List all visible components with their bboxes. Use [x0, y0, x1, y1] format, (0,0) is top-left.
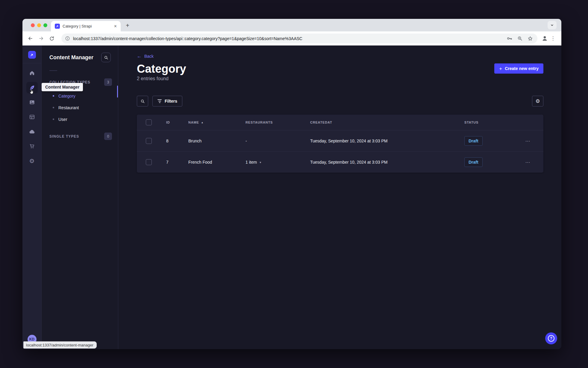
tab-title: Category | Strapi	[63, 24, 110, 28]
header-status: STATUS	[464, 121, 512, 124]
nav-marketplace-button[interactable]	[25, 139, 39, 153]
create-new-entry-button[interactable]: + Create new entry	[494, 63, 543, 74]
site-info-icon[interactable]	[65, 36, 70, 41]
forward-arrow-icon	[38, 36, 44, 41]
cloud-icon	[29, 128, 35, 135]
table-header-row: ID NAME ▲ RESTAURANTS CREATEDAT STATUS	[137, 115, 543, 130]
back-link[interactable]: ← Back	[137, 53, 543, 59]
cell-name: French Food	[188, 160, 245, 165]
nav-home-button[interactable]	[25, 66, 39, 80]
cell-name: Brunch	[188, 139, 245, 143]
row-checkbox[interactable]	[146, 159, 152, 165]
cell-id: 8	[166, 139, 188, 143]
main-content: ← Back Category + Create new entry 2 ent…	[118, 45, 561, 349]
bullet-icon	[53, 118, 54, 120]
active-item-indicator	[117, 86, 118, 98]
tab-strip: Category | Strapi × +	[22, 19, 561, 31]
entries-table: ID NAME ▲ RESTAURANTS CREATEDAT STATUS 8…	[137, 115, 543, 173]
filter-icon	[157, 99, 162, 103]
bullet-icon	[53, 95, 54, 97]
filters-button[interactable]: Filters	[152, 96, 182, 107]
strapi-logo-icon	[30, 53, 34, 57]
url-bar[interactable]: localhost:1337/admin/content-manager/col…	[61, 34, 537, 43]
cell-createdat: Tuesday, September 10, 2024 at 3:03 PM	[310, 139, 464, 143]
browser-profile-button[interactable]	[540, 34, 549, 43]
status-bar-link: localhost:1337/admin/content-manager	[23, 341, 97, 349]
zoom-window-button[interactable]	[43, 23, 47, 27]
search-icon	[104, 55, 108, 60]
browser-menu-button[interactable]: ⋮	[549, 34, 557, 43]
cell-id: 7	[166, 160, 188, 165]
header-restaurants: RESTAURANTS	[245, 121, 310, 124]
sidebar-item-user[interactable]: User	[42, 113, 118, 125]
tab-close-icon[interactable]: ×	[113, 24, 118, 29]
bookmark-star-icon[interactable]	[527, 36, 533, 42]
omnibox-trailing-icons	[506, 35, 533, 42]
browser-tab[interactable]: Category | Strapi ×	[51, 21, 121, 31]
desktop: { "browser": { "tab_title": "Category | …	[0, 0, 588, 368]
header-name[interactable]: NAME ▲	[188, 121, 245, 124]
shopping-cart-icon	[29, 143, 35, 149]
status-badge: Draft	[464, 136, 483, 146]
browser-toolbar: localhost:1337/admin/content-manager/col…	[22, 31, 561, 45]
sidebar-item-restaurant[interactable]: Restaurant	[42, 102, 118, 113]
strapi-app: ⚙ KD Content Manager COLLECTION TYPES 3	[22, 45, 561, 349]
collection-types-count-badge: 3	[104, 78, 112, 86]
forward-button[interactable]	[37, 35, 45, 42]
rail-divider	[22, 63, 42, 63]
mouse-cursor	[28, 89, 35, 95]
minimize-window-button[interactable]	[37, 23, 41, 27]
plus-icon: +	[499, 66, 502, 71]
zoom-icon[interactable]	[517, 36, 523, 41]
header-createdat[interactable]: CREATEDAT	[310, 121, 464, 124]
select-all-checkbox[interactable]	[146, 119, 152, 125]
reload-button[interactable]	[48, 35, 55, 42]
cell-restaurants-dropdown[interactable]: 1 item ▾	[245, 160, 310, 165]
browser-window: Category | Strapi × + localhost:1337/adm…	[22, 19, 561, 349]
window-controls	[31, 19, 47, 31]
sort-asc-icon: ▲	[201, 121, 204, 124]
collection-types-list: Category Restaurant User	[42, 90, 118, 125]
row-checkbox[interactable]	[146, 138, 152, 144]
nav-settings-button[interactable]: ⚙	[25, 153, 39, 168]
close-window-button[interactable]	[31, 23, 35, 27]
strapi-logo[interactable]	[28, 51, 36, 59]
chevron-down-icon	[550, 23, 554, 27]
row-actions-button[interactable]: ⋯	[512, 138, 543, 144]
tab-search-button[interactable]	[548, 21, 557, 29]
question-mark-icon: ?	[548, 335, 554, 342]
table-search-button[interactable]	[137, 96, 148, 107]
nav-tooltip: Content Manager	[42, 83, 83, 91]
password-key-icon[interactable]	[506, 35, 513, 42]
subnav-divider	[49, 70, 57, 71]
view-settings-button[interactable]: ⚙	[532, 96, 543, 107]
search-icon	[140, 99, 145, 104]
cell-createdat: Tuesday, September 10, 2024 at 3:03 PM	[310, 160, 464, 165]
row-actions-button[interactable]: ⋯	[512, 159, 543, 165]
url-text: localhost:1337/admin/content-manager/col…	[73, 36, 503, 41]
sidebar-item-category[interactable]: Category	[42, 90, 118, 102]
new-tab-button[interactable]: +	[124, 22, 131, 29]
single-types-label: SINGLE TYPES	[49, 134, 79, 139]
nav-deploy-cloud-button[interactable]	[25, 124, 39, 139]
bullet-icon	[53, 107, 54, 108]
nav-media-library-button[interactable]	[25, 95, 39, 110]
back-button[interactable]	[27, 35, 34, 42]
table-row[interactable]: 8 Brunch - Tuesday, September 10, 2024 a…	[137, 130, 543, 151]
back-arrow-icon: ←	[137, 54, 142, 59]
subnav-search-button[interactable]	[101, 53, 111, 62]
home-icon	[29, 70, 35, 76]
nav-content-type-builder-button[interactable]	[25, 110, 39, 124]
media-library-icon	[29, 99, 35, 105]
back-arrow-icon	[28, 36, 33, 41]
page-title: Category	[137, 62, 186, 75]
header-id[interactable]: ID	[166, 121, 188, 124]
entries-count: 2 entries found	[137, 76, 543, 81]
subnav-title: Content Manager	[49, 54, 93, 61]
rail-icons: ⚙	[25, 66, 39, 168]
cell-restaurants: -	[245, 139, 310, 143]
reload-icon	[49, 36, 54, 41]
table-row[interactable]: 7 French Food 1 item ▾ Tuesday, Septembe…	[137, 151, 543, 173]
help-button[interactable]: ?	[545, 332, 557, 344]
content-type-builder-icon	[29, 114, 35, 120]
